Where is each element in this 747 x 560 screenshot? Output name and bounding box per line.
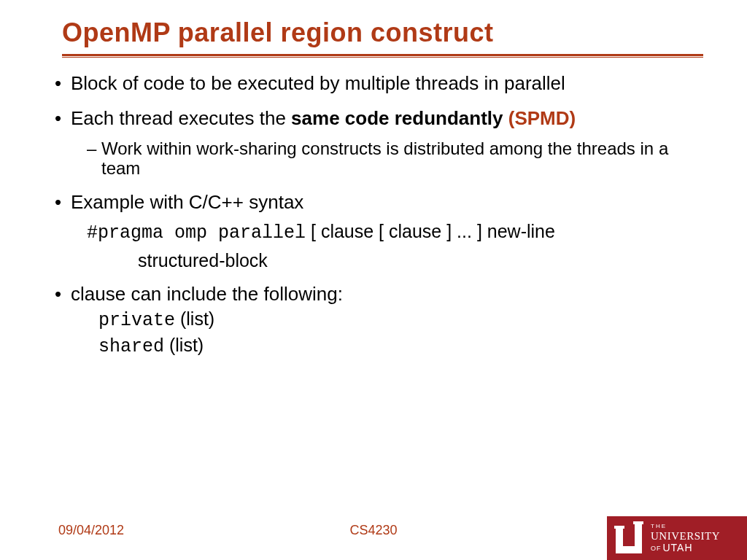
logo-university: UNIVERSITY bbox=[651, 531, 720, 542]
bullet-3-text: Example with C/C++ syntax bbox=[71, 191, 303, 213]
bullet-2-bold: same code redundantly bbox=[291, 107, 503, 129]
logo-the: THE bbox=[651, 524, 720, 529]
pragma-tail: [ clause [ clause ] ... ] new-line bbox=[306, 221, 555, 241]
logo-text: THE UNIVERSITY OFUTAH bbox=[651, 524, 720, 553]
syntax-line-1: #pragma omp parallel [ clause [ clause ]… bbox=[71, 221, 703, 244]
slide-content: Block of code to be executed by multiple… bbox=[55, 73, 703, 371]
clause-private-kw: private bbox=[98, 310, 175, 331]
logo-u-icon bbox=[614, 521, 643, 555]
logo-of: OF bbox=[651, 545, 662, 552]
slide: OpenMP parallel region construct Block o… bbox=[0, 0, 747, 560]
bullet-2-pre: Each thread executes the bbox=[71, 107, 291, 129]
bullet-2: Each thread executes the same code redun… bbox=[55, 108, 703, 179]
university-logo: THE UNIVERSITY OFUTAH bbox=[607, 516, 747, 560]
logo-of-utah: OFUTAH bbox=[651, 542, 720, 553]
bullet-4: clause can include the following: privat… bbox=[55, 284, 703, 357]
title-underline bbox=[62, 57, 703, 58]
pragma-code: #pragma omp parallel bbox=[87, 222, 306, 244]
bullet-2-sub: Work within work-sharing constructs is d… bbox=[71, 139, 703, 179]
syntax-line-2: structured-block bbox=[71, 250, 703, 271]
logo-utah: UTAH bbox=[663, 542, 693, 553]
clause-private: private (list) bbox=[71, 308, 703, 332]
clause-shared-kw: shared bbox=[98, 336, 164, 357]
clause-shared: shared (list) bbox=[71, 335, 703, 358]
bullet-2-accent: (SPMD) bbox=[503, 107, 576, 129]
bullet-1: Block of code to be executed by multiple… bbox=[55, 73, 703, 95]
bullet-3: Example with C/C++ syntax #pragma omp pa… bbox=[55, 192, 703, 271]
title-area: OpenMP parallel region construct bbox=[62, 18, 703, 58]
bullet-4-text: clause can include the following: bbox=[71, 283, 343, 305]
clause-shared-list: (list) bbox=[164, 335, 204, 355]
bullet-1-text: Block of code to be executed by multiple… bbox=[71, 72, 565, 94]
slide-title: OpenMP parallel region construct bbox=[62, 18, 703, 56]
clause-private-list: (list) bbox=[175, 308, 214, 329]
